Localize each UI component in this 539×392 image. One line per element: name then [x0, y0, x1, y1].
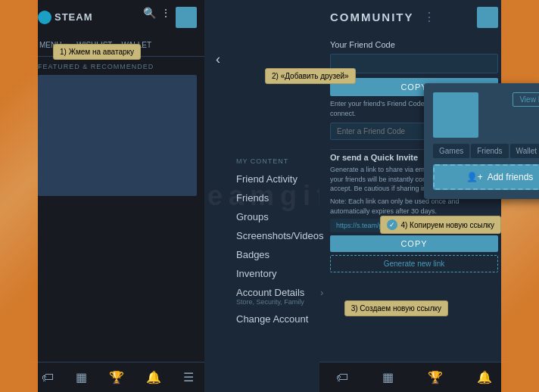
trophy-icon-nav[interactable]: 🏆	[109, 370, 124, 384]
my-content-section: MY CONTENT Friend Activity Friends Group…	[227, 151, 332, 334]
tab-friends[interactable]: Friends	[471, 144, 508, 158]
steam-circle-icon	[38, 11, 51, 24]
quick-invite-note: Note: Each link can only be used once an…	[330, 197, 498, 216]
bell-icon-nav[interactable]: 🔔	[146, 370, 161, 384]
my-content-label: MY CONTENT	[236, 157, 323, 165]
profile-popup: View Profile Games Friends Wallet 👤+ Add…	[227, 42, 332, 334]
right-trophy-icon[interactable]: 🏆	[428, 370, 443, 384]
bottom-nav-left: 🏷 ▦ 🏆 🔔 ☰	[30, 362, 204, 392]
menu-account[interactable]: Account Details › Store, Security, Famil…	[236, 283, 323, 310]
community-more-icon[interactable]: ⋮	[423, 10, 435, 24]
tag-icon-nav[interactable]: 🏷	[42, 371, 54, 384]
view-profile-button[interactable]: View Profile	[513, 92, 539, 107]
add-friends-button[interactable]: 👤+ Add friends	[433, 164, 539, 190]
steam-logo: STEAM	[38, 11, 93, 24]
add-friends-label: Add friends	[488, 172, 534, 182]
menu-friend-activity[interactable]: Friend Activity	[236, 170, 323, 188]
menu-badges[interactable]: Badges	[236, 245, 323, 264]
menu-icon-nav[interactable]: ☰	[183, 370, 194, 384]
steam-header-icons: 🔍 ⋮	[143, 7, 197, 28]
tooltip-4-text: 4) Копируем новую ссылку	[400, 221, 494, 229]
annotation-tooltip-4: ✓ 4) Копируем новую ссылку	[380, 216, 501, 234]
profile-avatar-large	[433, 92, 478, 138]
back-arrow-button[interactable]: ‹	[216, 51, 220, 67]
steam-title: STEAM	[55, 11, 93, 23]
featured-section: FEATURED & RECOMMENDED	[30, 57, 204, 202]
generate-new-link-button[interactable]: Generate new link	[330, 255, 498, 272]
menu-friends[interactable]: Friends	[236, 188, 323, 207]
tab-wallet[interactable]: Wallet	[510, 144, 539, 158]
annotation-tooltip-2: 2) «Добавить друзей»	[265, 68, 356, 84]
gift-decoration-left	[0, 0, 38, 392]
grid-icon-nav[interactable]: ▦	[76, 370, 87, 384]
copy-link-button[interactable]: COPY	[330, 235, 498, 252]
checkmark-icon: ✓	[387, 219, 397, 230]
main-container: steamgifts STEAM 🔍 ⋮ MENU ▾ WISHLIST WAL…	[30, 0, 509, 392]
community-title: COMMUNITY	[330, 11, 414, 23]
menu-groups[interactable]: Groups	[236, 207, 323, 226]
annotation-tooltip-3: 3) Создаем новую ссылку	[344, 300, 448, 316]
add-friends-icon: 👤+	[466, 172, 483, 182]
menu-change-account[interactable]: Change Account	[236, 310, 323, 328]
community-avatar[interactable]	[477, 7, 498, 28]
user-avatar-header[interactable]	[176, 7, 197, 28]
right-bell-icon[interactable]: 🔔	[477, 370, 492, 384]
menu-inventory[interactable]: Inventory	[236, 264, 323, 283]
community-header: COMMUNITY ⋮	[319, 0, 509, 34]
featured-image	[38, 75, 197, 196]
profile-card: View Profile Games Friends Wallet 👤+ Add…	[424, 83, 539, 199]
steam-header: STEAM 🔍 ⋮	[30, 0, 204, 34]
bottom-nav-right: 🏷 ▦ 🏆 🔔	[319, 362, 509, 392]
featured-label: FEATURED & RECOMMENDED	[38, 63, 197, 70]
profile-tabs: Games Friends Wallet	[433, 144, 539, 158]
friend-code-label: Your Friend Code	[330, 40, 498, 49]
right-grid-icon[interactable]: ▦	[382, 370, 394, 384]
annotation-tooltip-1: 1) Жмем на аватарку	[53, 44, 141, 60]
more-icon[interactable]: ⋮	[160, 7, 171, 28]
tab-games[interactable]: Games	[433, 144, 469, 158]
search-icon[interactable]: 🔍	[143, 7, 156, 28]
menu-screenshots[interactable]: Screenshots/Videos	[236, 226, 323, 245]
right-tag-icon[interactable]: 🏷	[336, 371, 348, 384]
